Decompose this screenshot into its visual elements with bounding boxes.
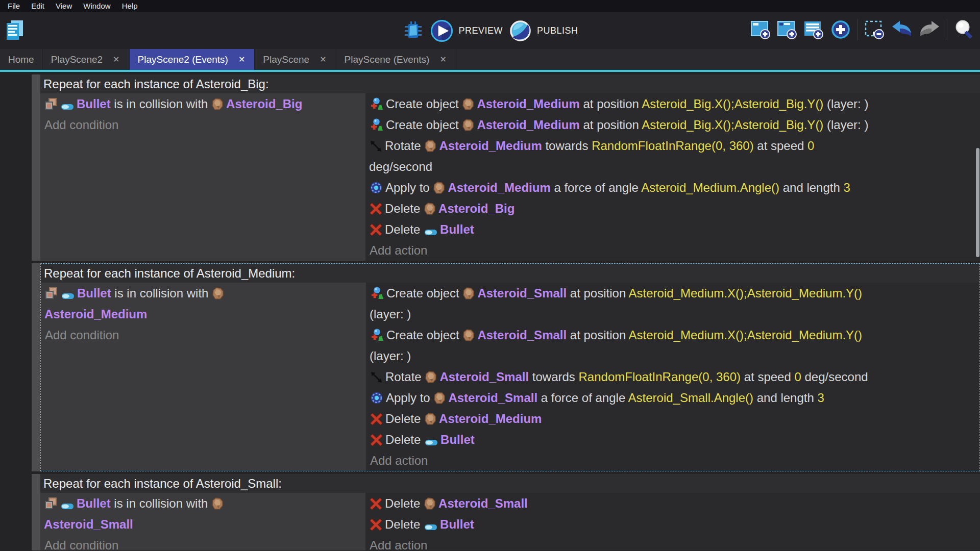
event-drag-handle[interactable]: [32, 74, 40, 261]
object-name: Asteroid_Small: [477, 328, 567, 342]
action-row[interactable]: Delete Asteroid_Small: [365, 493, 980, 514]
instruction-text: Rotate: [385, 370, 425, 384]
action-line: Apply to Asteroid_Small a force of angle…: [366, 387, 979, 408]
tab-playscene2[interactable]: PlayScene2✕: [43, 49, 130, 70]
project-manager-button[interactable]: [5, 19, 24, 41]
object-name: Asteroid_Small: [448, 391, 537, 405]
tab-playscene[interactable]: PlayScene✕: [255, 49, 336, 70]
action-row[interactable]: Apply to Asteroid_Medium a force of angl…: [365, 177, 980, 198]
remove-selection-button[interactable]: [864, 19, 886, 40]
event-block-repeat-for-each-instance-of-asteroid-small: Repeat for each instance of Asteroid_Sma…: [32, 474, 980, 550]
menu-item-window[interactable]: Window: [78, 0, 116, 12]
create-object-icon: [370, 328, 384, 342]
expression-value: Asteroid_Medium.X();Asteroid_Medium.Y(): [629, 286, 863, 300]
menu-item-edit[interactable]: Edit: [26, 0, 50, 12]
asteroid-object-icon: [424, 203, 436, 215]
rotate-icon: [370, 140, 382, 153]
add-new-button[interactable]: [830, 19, 851, 40]
condition-row[interactable]: Bullet is in collision with Asteroid_Med…: [41, 283, 366, 324]
preview-button[interactable]: PREVIEW: [430, 19, 503, 42]
event-header[interactable]: Repeat for each instance of Asteroid_Big…: [40, 74, 980, 93]
action-row[interactable]: Create object Asteroid_Medium at positio…: [365, 93, 980, 114]
action-row[interactable]: Delete Bullet: [365, 514, 980, 535]
add-action-button[interactable]: Add action: [365, 240, 980, 261]
gdevelop-window: FileEditViewWindowHelp PREVIEW PUBLISH H…: [0, 0, 980, 551]
debug-button[interactable]: [402, 20, 424, 41]
add-action-button[interactable]: Add action: [366, 450, 979, 471]
action-line: Delete Asteroid_Medium: [366, 408, 979, 429]
add-condition-button[interactable]: Add condition: [40, 114, 365, 135]
action-row[interactable]: Apply to Asteroid_Small a force of angle…: [366, 387, 979, 408]
events-sheet: Repeat for each instance of Asteroid_Big…: [0, 72, 980, 550]
action-row[interactable]: Delete Bullet: [365, 219, 980, 240]
asteroid-object-icon: [212, 287, 224, 300]
conditions-column: Bullet is in collision with Asteroid_Med…: [41, 283, 366, 471]
add-subevent-button[interactable]: [777, 19, 798, 40]
expression-value: 0: [794, 370, 801, 384]
add-event-button[interactable]: [750, 19, 772, 40]
action-row[interactable]: Delete Asteroid_Medium: [366, 408, 979, 429]
object-name: Bullet: [77, 97, 111, 111]
instruction-text: Apply to: [385, 181, 433, 194]
instruction-text: Delete: [385, 412, 424, 425]
search-button[interactable]: [953, 19, 975, 40]
tab-close-icon[interactable]: ✕: [318, 55, 327, 65]
instruction-text: (layer: ): [370, 307, 411, 321]
menu-item-help[interactable]: Help: [116, 0, 143, 12]
object-name: Asteroid_Small: [477, 286, 567, 300]
publish-button[interactable]: PUBLISH: [509, 19, 578, 42]
tab-playscene-events[interactable]: PlayScene (Events)✕: [336, 49, 456, 70]
tab-label: PlayScene (Events): [345, 54, 430, 65]
action-row[interactable]: Create object Asteroid_Small at position…: [366, 324, 979, 366]
bullet-object-icon: [425, 439, 438, 446]
object-name: Asteroid_Medium: [477, 97, 579, 111]
add-condition-button[interactable]: Add condition: [41, 324, 366, 345]
action-row[interactable]: Delete Bullet: [366, 429, 979, 450]
redo-button[interactable]: [918, 19, 941, 40]
object-name: Bullet: [77, 286, 111, 300]
rotate-icon: [370, 371, 383, 384]
action-row[interactable]: Create object Asteroid_Small at position…: [366, 283, 979, 324]
instruction-text: at position: [567, 286, 628, 300]
event-header[interactable]: Repeat for each instance of Asteroid_Med…: [41, 264, 979, 283]
action-row[interactable]: Create object Asteroid_Medium at positio…: [365, 114, 980, 135]
action-row[interactable]: Delete Asteroid_Big: [365, 198, 980, 219]
delete-object-icon: [370, 413, 383, 425]
tab-playscene2-events[interactable]: PlayScene2 (Events)✕: [130, 49, 255, 70]
tab-close-icon[interactable]: ✕: [112, 55, 120, 65]
add-condition-button[interactable]: Add condition: [40, 535, 365, 550]
instruction-text: Delete: [385, 202, 424, 215]
instruction-text: towards: [529, 370, 578, 384]
vertical-scrollbar-thumb[interactable]: [976, 148, 979, 257]
menu-item-file[interactable]: File: [2, 0, 26, 12]
undo-button[interactable]: [891, 19, 913, 40]
add-comment-button[interactable]: [803, 19, 825, 40]
object-name: Asteroid_Small: [44, 517, 133, 531]
event-drag-handle[interactable]: [32, 263, 40, 471]
condition-row[interactable]: Bullet is in collision with Asteroid_Sma…: [40, 493, 365, 535]
tab-close-icon[interactable]: ✕: [237, 55, 246, 65]
create-object-icon: [370, 97, 383, 111]
instruction-text: at speed: [741, 370, 794, 384]
expression-value: RandomFloatInRange(0, 360): [592, 139, 754, 153]
action-row[interactable]: Rotate Asteroid_Medium towards RandomFlo…: [365, 135, 980, 177]
asteroid-object-icon: [433, 182, 445, 194]
add-action-button[interactable]: Add action: [365, 535, 980, 550]
event-header[interactable]: Repeat for each instance of Asteroid_Sma…: [40, 474, 980, 493]
delete-object-icon: [370, 434, 383, 446]
action-line: Create object Asteroid_Small at position…: [366, 324, 979, 345]
tab-home[interactable]: Home: [0, 49, 43, 70]
instruction-text: Create object: [386, 118, 462, 132]
action-row[interactable]: Rotate Asteroid_Small towards RandomFloa…: [366, 366, 979, 387]
instruction-text: Apply to: [386, 391, 433, 405]
action-line: Create object Asteroid_Medium at positio…: [365, 93, 980, 114]
collision-condition-icon: [44, 97, 58, 111]
create-object-icon: [370, 286, 384, 300]
tab-close-icon[interactable]: ✕: [438, 55, 447, 65]
menu-item-view[interactable]: View: [50, 0, 78, 12]
actions-column: Delete Asteroid_SmallDelete BulletAdd ac…: [365, 493, 980, 550]
condition-row[interactable]: Bullet is in collision with Asteroid_Big: [40, 93, 365, 114]
event-drag-handle[interactable]: [32, 474, 40, 550]
apply-force-icon: [370, 391, 383, 405]
object-name: Bullet: [440, 222, 474, 236]
